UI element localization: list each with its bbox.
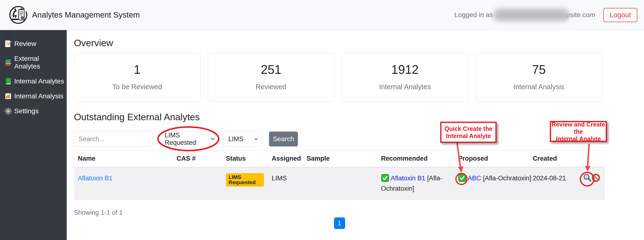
logged-in-text: Logged in asepsite.com (454, 9, 595, 21)
stat-label: To be Reviewed (74, 83, 200, 91)
stat-value: 75 (476, 62, 602, 77)
stat-card-internal-analytes: 1912 Internal Analytes (342, 53, 468, 102)
chevron-down-icon (211, 138, 214, 140)
memo-pencil-icon (4, 40, 12, 48)
annotation-text: Review and Create the (551, 121, 606, 135)
annotation-review-create: Review and Create the Internal Analyte (550, 121, 607, 142)
stat-value: 251 (208, 62, 334, 77)
proposed-analyte-link[interactable]: ABC (468, 175, 481, 182)
app-title: Analytes Management System (32, 10, 140, 19)
col-header-recommended: Recommended (377, 150, 454, 167)
status-filter-value: LIMS Requested (165, 132, 208, 146)
annotation-text: Internal Analyte (442, 132, 496, 139)
status-filter-select[interactable]: LIMS Requested (160, 132, 218, 146)
stat-card-to-be-reviewed: 1 To be Reviewed (74, 53, 200, 102)
stat-value: 1912 (342, 62, 468, 77)
quick-create-check-icon[interactable] (458, 174, 466, 182)
col-header-sample: Sample (303, 150, 377, 167)
col-header-actions (577, 150, 605, 167)
pagination: 1 (74, 217, 605, 229)
books-icon (4, 59, 12, 66)
review-magnifier-icon[interactable] (583, 173, 592, 182)
sidebar-item-label: Settings (14, 107, 38, 115)
assigned-filter-select[interactable]: LIMS (224, 132, 261, 146)
proposed-group-text: [Afla-Ochratoxin] (481, 175, 532, 182)
col-header-status: Status (222, 150, 268, 167)
redacted-email (494, 9, 569, 21)
assigned-filter-value: LIMS (228, 135, 244, 143)
analyte-name-link[interactable]: Aflatoxin B1 (78, 175, 112, 182)
sidebar: Review External Analytes Internal Analyt… (0, 30, 67, 240)
annotation-quick-create: Quick Create the Internal Analyte (440, 122, 496, 143)
chevron-down-icon (254, 138, 258, 140)
no-entry-icon[interactable] (592, 174, 600, 182)
proposed-cell: ABC [Afla-Ochratoxin] (454, 167, 529, 200)
stat-label: Internal Analysis (476, 83, 602, 91)
logged-in-prefix: Logged in as (454, 11, 493, 19)
recommended-cell: Aflatoxin B1 [Afla-Ochratoxin] (377, 167, 454, 200)
created-cell: 2024-08-21 (529, 167, 577, 200)
actions-cell (577, 167, 605, 200)
stat-card-reviewed: 251 Reviewed (208, 53, 334, 102)
cas-cell (173, 167, 222, 200)
search-input[interactable] (74, 132, 153, 146)
table-header-row: Name CAS # Status Assigned Sample Recomm… (74, 150, 605, 167)
app-header: Analytes Management System Logged in ase… (0, 0, 644, 30)
annotation-text: Quick Create the (442, 125, 496, 132)
assigned-cell: LIMS (268, 167, 303, 200)
brand: Analytes Management System (9, 5, 140, 24)
col-header-created: Created (529, 150, 577, 167)
stat-label: Reviewed (208, 83, 334, 91)
external-analytes-table: Name CAS # Status Assigned Sample Recomm… (74, 150, 605, 200)
overview-heading: Overview (74, 38, 605, 48)
stat-card-internal-analysis: 75 Internal Analysis (476, 53, 602, 102)
sidebar-item-internal-analytes[interactable]: Internal Analytes (0, 74, 67, 89)
sidebar-item-label: External Analytes (14, 55, 64, 70)
app-logo-icon (9, 5, 28, 24)
annotation-text: Internal Analyte (551, 135, 606, 142)
sidebar-item-settings[interactable]: Settings (0, 104, 67, 119)
sample-cell (303, 167, 377, 200)
recommended-check-icon[interactable] (381, 174, 389, 182)
sidebar-item-label: Internal Analysis (14, 92, 63, 100)
search-button[interactable]: Search (269, 132, 298, 146)
table-row: Aflatoxin B1 LIMS Requested LIMS Aflatox… (74, 167, 605, 200)
sidebar-item-internal-analysis[interactable]: Internal Analysis (0, 89, 67, 104)
showing-count: Showing 1-1 of 1 (74, 209, 605, 217)
status-badge: LIMS Requested (226, 173, 264, 187)
col-header-assigned: Assigned (268, 150, 303, 167)
bar-chart-icon (4, 92, 12, 100)
page-1-button[interactable]: 1 (334, 217, 345, 229)
col-header-proposed: Proposed (454, 150, 529, 167)
stat-value: 1 (74, 62, 200, 77)
col-header-name: Name (74, 150, 173, 167)
sidebar-item-label: Internal Analytes (14, 77, 64, 85)
green-book-icon (4, 77, 12, 85)
outstanding-heading: Outstanding External Analytes (74, 112, 605, 122)
col-header-cas: CAS # (173, 150, 222, 167)
gear-icon (4, 107, 12, 115)
sidebar-item-review[interactable]: Review (0, 36, 67, 51)
filter-bar: LIMS Requested LIMS Search (74, 132, 605, 146)
sidebar-item-external-analytes[interactable]: External Analytes (0, 51, 67, 74)
logout-button[interactable]: Logout (603, 8, 637, 22)
stat-label: Internal Analytes (342, 83, 468, 91)
overview-cards: 1 To be Reviewed 251 Reviewed 1912 Inter… (74, 53, 602, 102)
sidebar-item-label: Review (14, 40, 36, 48)
recommended-analyte-link[interactable]: Aflatoxin B1 (391, 175, 425, 182)
